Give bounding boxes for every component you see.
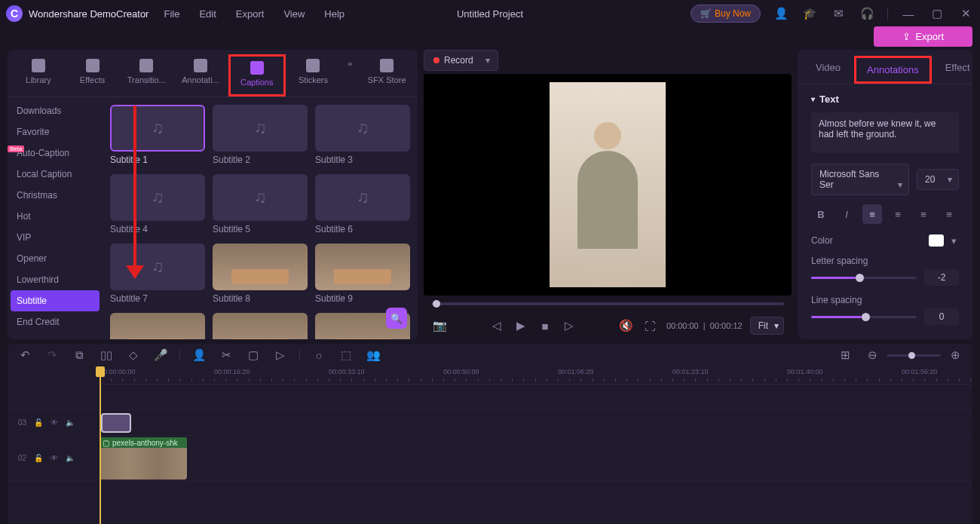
mute-icon[interactable]: 🔇	[618, 317, 635, 334]
category-item[interactable]: Favorite	[8, 121, 103, 142]
subtitle-thumbnail[interactable]	[213, 313, 308, 339]
subtitle-thumbnail[interactable]: ♫Subtitle 2	[213, 105, 308, 165]
menu-help[interactable]: Help	[324, 8, 345, 20]
subtitle-thumbnail[interactable]: ♫Subtitle 6	[315, 174, 410, 234]
eye-icon[interactable]: 👁	[51, 418, 58, 427]
academy-icon[interactable]: 🎓	[801, 5, 818, 22]
subtitle-thumbnail[interactable]: ♫Subtitle 4	[110, 174, 205, 234]
mute-icon[interactable]: 🔈	[66, 418, 75, 427]
track-02-body[interactable]: ▢ pexels-anthony-shk	[100, 436, 972, 480]
align-right-button[interactable]: ≡	[914, 204, 933, 224]
crop-icon[interactable]: ▯▯	[98, 347, 115, 363]
track-03[interactable]: 03 🔓 👁 🔈	[8, 410, 972, 436]
category-item[interactable]: Subtitle	[11, 290, 100, 311]
category-item[interactable]: Lowerthird	[8, 269, 103, 290]
track-02[interactable]: 02 🔓 👁 🔈 ▢ pexels-anthony-shk	[8, 436, 972, 481]
video-preview[interactable]	[424, 74, 792, 296]
color-swatch[interactable]	[929, 234, 944, 247]
subtitle-thumbnail[interactable]: ♫Subtitle 1	[110, 105, 205, 165]
text-content-input[interactable]: Almost before we knew it, we had left th…	[811, 112, 959, 153]
subtitle-clip[interactable]	[101, 413, 131, 433]
tool-1-icon[interactable]: 👤	[191, 347, 207, 363]
record-button[interactable]: Record	[424, 50, 498, 71]
letter-spacing-slider[interactable]	[811, 277, 917, 279]
category-item[interactable]: Hot	[8, 206, 103, 227]
timeline[interactable]: 00:00:00:0000:00:16:2000:00:33:1000:00:5…	[8, 366, 972, 524]
tool-2-icon[interactable]: ✂	[218, 347, 234, 363]
category-item[interactable]: BetaAuto-Caption	[8, 142, 103, 164]
category-list[interactable]: DownloadsFavoriteBetaAuto-CaptionLocal C…	[8, 97, 103, 339]
mute-icon[interactable]: 🔈	[66, 454, 75, 462]
thumbnail-grid[interactable]: ♫Subtitle 1♫Subtitle 2♫Subtitle 3♫Subtit…	[103, 97, 418, 339]
align-center-button[interactable]: ≡	[888, 204, 908, 224]
text-section-title[interactable]: Text	[811, 93, 959, 105]
lib-tab-sfx[interactable]: SFX Store	[360, 54, 413, 92]
lib-tab-effects[interactable]: Effects	[66, 54, 119, 92]
tool-3-icon[interactable]: ▢	[245, 347, 262, 363]
search-button[interactable]: 🔍	[386, 308, 407, 329]
close-icon[interactable]: ✕	[957, 5, 974, 22]
tool-4-icon[interactable]: ▷	[272, 347, 289, 363]
snapshot-icon[interactable]: 📷	[431, 317, 448, 334]
rp-tab-effect[interactable]: Effect	[935, 56, 972, 84]
category-item[interactable]: VIP	[8, 227, 103, 248]
subtitle-thumbnail[interactable]: Subtitle 9	[315, 244, 410, 304]
line-spacing-value[interactable]: 0	[924, 308, 959, 325]
line-spacing-slider[interactable]	[811, 316, 917, 318]
rp-tab-video[interactable]: Video	[805, 56, 851, 84]
playhead[interactable]	[100, 366, 101, 524]
time-ruler[interactable]: 00:00:00:0000:00:16:2000:00:33:1000:00:5…	[100, 366, 972, 385]
font-family-dropdown[interactable]: Microsoft Sans Ser	[811, 164, 909, 195]
track-03-body[interactable]	[100, 410, 972, 435]
minimize-icon[interactable]: —	[900, 5, 917, 22]
subtitle-thumbnail[interactable]: Subtitle 8	[213, 244, 308, 304]
zoom-slider[interactable]	[887, 354, 941, 357]
tool-5-icon[interactable]: ○	[311, 347, 327, 363]
rp-tab-annotations[interactable]: Annotations	[854, 56, 932, 84]
zoom-in-icon[interactable]: ⊕	[947, 347, 963, 363]
subtitle-thumbnail[interactable]	[110, 313, 205, 339]
menu-file[interactable]: File	[164, 8, 179, 20]
undo-icon[interactable]: ↶	[17, 347, 33, 363]
font-size-dropdown[interactable]: 20	[917, 169, 959, 190]
next-icon[interactable]: ▷	[561, 317, 577, 334]
bold-button[interactable]: B	[811, 204, 831, 224]
redo-icon[interactable]: ↷	[44, 347, 60, 363]
lib-tab-captions[interactable]: Captions	[228, 54, 286, 97]
stop-icon[interactable]: ■	[537, 317, 553, 334]
italic-button[interactable]: I	[837, 204, 856, 224]
account-icon[interactable]: 👤	[773, 5, 789, 22]
color-dropdown[interactable]: ▾	[951, 235, 959, 247]
play-icon[interactable]: ▶	[513, 317, 529, 334]
buy-now-button[interactable]: 🛒 Buy Now	[691, 5, 761, 23]
lock-icon[interactable]: 🔓	[34, 418, 43, 427]
letter-spacing-value[interactable]: -2	[924, 269, 959, 286]
category-item[interactable]: End Credit	[8, 311, 103, 332]
lib-tab-stickers[interactable]: Stickers	[287, 54, 340, 92]
maximize-icon[interactable]: ▢	[929, 5, 945, 22]
subtitle-thumbnail[interactable]: ♫Subtitle 7	[110, 244, 205, 304]
tool-7-icon[interactable]: 👥	[365, 347, 381, 363]
lib-tab-more[interactable]: »	[341, 54, 359, 75]
menu-edit[interactable]: Edit	[199, 8, 216, 20]
fullscreen-icon[interactable]: ⛶	[642, 317, 659, 334]
lib-tab-annotations[interactable]: Annotati...	[174, 54, 227, 92]
video-clip[interactable]: ▢ pexels-anthony-shk	[100, 437, 187, 480]
category-item[interactable]: Local Caption	[8, 164, 103, 185]
lib-tab-library[interactable]: Library	[12, 54, 65, 92]
support-icon[interactable]: 🎧	[859, 5, 875, 22]
menu-view[interactable]: View	[283, 8, 305, 20]
align-justify-button[interactable]: ≡	[939, 204, 959, 224]
zoom-fit-dropdown[interactable]: Fit	[750, 317, 784, 335]
export-button[interactable]: ⇪ Export	[874, 26, 972, 47]
marker-icon[interactable]: ◇	[125, 347, 142, 363]
subtitle-thumbnail[interactable]: ♫Subtitle 5	[213, 174, 308, 234]
category-item[interactable]: Christmas	[8, 185, 103, 206]
eye-icon[interactable]: 👁	[51, 454, 58, 462]
split-icon[interactable]: ⧉	[71, 347, 87, 363]
category-item[interactable]: Opener	[8, 248, 103, 269]
zoom-out-icon[interactable]: ⊖	[864, 347, 880, 363]
lib-tab-transitions[interactable]: Transitio...	[120, 54, 173, 92]
mail-icon[interactable]: ✉	[830, 5, 847, 22]
menu-export[interactable]: Export	[236, 8, 265, 20]
